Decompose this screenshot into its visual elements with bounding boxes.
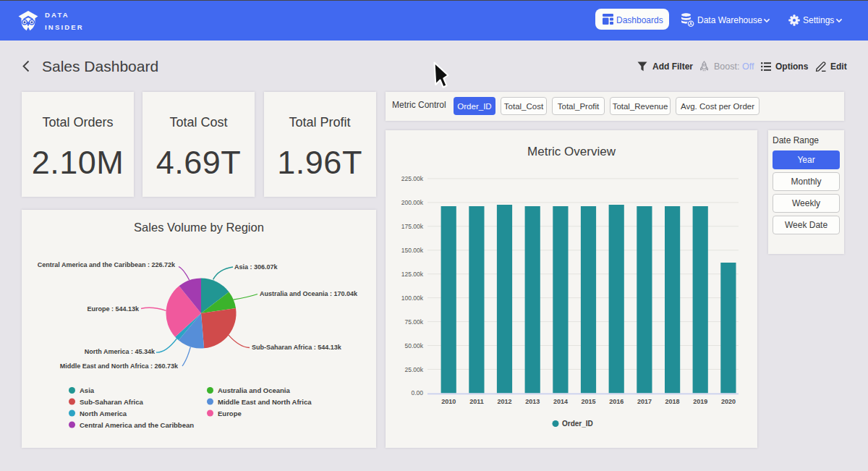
svg-text:Asia : 306.07k: Asia : 306.07k: [234, 263, 278, 271]
svg-text:Central America and the Caribb: Central America and the Caribbean : 226.…: [38, 261, 176, 268]
svg-text:150.00k: 150.00k: [401, 247, 424, 254]
svg-text:Europe: Europe: [218, 410, 242, 417]
svg-text:Europe : 544.13k: Europe : 544.13k: [87, 305, 140, 313]
svg-text:Middle East and North Africa :: Middle East and North Africa : 260.73k: [60, 362, 179, 370]
svg-text:Australia and Oceania: Australia and Oceania: [218, 386, 291, 394]
svg-text:Metric Overview: Metric Overview: [527, 145, 616, 158]
svg-text:2010: 2010: [441, 398, 456, 405]
svg-text:Sub-Saharan Africa: Sub-Saharan Africa: [80, 398, 144, 406]
svg-text:2019: 2019: [693, 398, 707, 405]
svg-text:2011: 2011: [469, 398, 484, 405]
svg-text:75.00k: 75.00k: [404, 318, 423, 326]
svg-text:Sales Volume by Region: Sales Volume by Region: [134, 221, 264, 234]
svg-text:2013: 2013: [525, 398, 540, 405]
svg-text:2020: 2020: [721, 398, 736, 405]
svg-text:2017: 2017: [637, 398, 652, 405]
svg-text:2015: 2015: [582, 398, 596, 405]
svg-text:Middle East and North Africa: Middle East and North Africa: [218, 398, 312, 406]
svg-text:225.00k: 225.00k: [401, 175, 424, 182]
svg-text:Sub-Saharan Africa : 544.13k: Sub-Saharan Africa : 544.13k: [252, 344, 342, 351]
svg-text:175.00k: 175.00k: [401, 223, 424, 230]
svg-text:Central America and the Caribb: Central America and the Caribbean: [80, 421, 194, 429]
svg-text:25.00k: 25.00k: [404, 366, 423, 373]
svg-text:50.00k: 50.00k: [404, 342, 423, 349]
svg-text:Asia: Asia: [80, 386, 95, 394]
svg-text:2018: 2018: [665, 398, 680, 405]
svg-text:200.00k: 200.00k: [401, 199, 424, 206]
svg-text:North America : 45.34k: North America : 45.34k: [85, 348, 156, 355]
svg-text:2016: 2016: [609, 398, 624, 405]
svg-text:2012: 2012: [497, 398, 511, 405]
svg-text:125.00k: 125.00k: [401, 271, 424, 278]
svg-text:Order_ID: Order_ID: [562, 420, 593, 428]
svg-text:North America: North America: [80, 410, 127, 417]
svg-text:100.00k: 100.00k: [401, 294, 424, 302]
svg-text:2014: 2014: [553, 398, 568, 405]
svg-text:Australia and Oceania : 170.04: Australia and Oceania : 170.04k: [260, 290, 358, 297]
svg-text:0.00: 0.00: [411, 389, 423, 396]
